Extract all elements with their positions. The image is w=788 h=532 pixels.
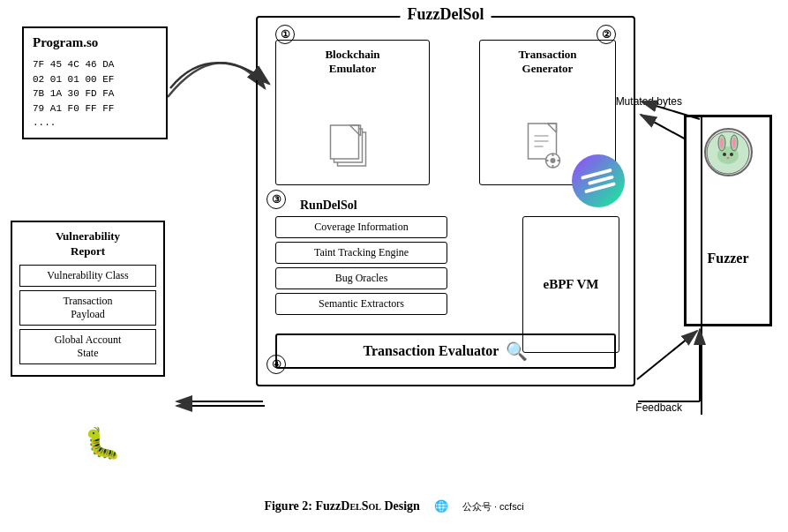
fuzzDelsol-box: FuzzDelSol ① Blockchain Emulator <box>256 16 635 386</box>
runDelsol-inner: Coverage Information Taint Tracking Engi… <box>275 216 619 353</box>
vuln-report-title: VulnerabilityReport <box>12 229 163 259</box>
coverage-info-item: Coverage Information <box>275 216 447 238</box>
svg-point-15 <box>550 158 555 163</box>
fuzzer-label: Fuzzer <box>707 251 748 266</box>
feedback-label: Feedback <box>635 401 682 414</box>
svg-point-26 <box>723 153 726 156</box>
caption-area: Figure 2: FuzzDelSol Design 🌐 公众号 · ccfs… <box>264 481 523 532</box>
magnify-icon: 🔍 <box>506 341 528 362</box>
watermark-icon: 🌐 <box>434 499 448 513</box>
tx-evaluator-box: Transaction Evaluator 🔍 <box>275 333 616 369</box>
taint-tracking-item: Taint Tracking Engine <box>275 242 447 264</box>
svg-rect-19 <box>557 160 559 161</box>
tx-evaluator-label: Transaction Evaluator <box>364 343 499 359</box>
svg-line-3 <box>637 331 697 379</box>
mutated-bytes-label: Mutated bytes <box>616 95 682 108</box>
txgen-label: Transaction Generator <box>518 48 576 76</box>
rabbit-avatar <box>704 128 753 176</box>
vuln-class-item: Vulnerability Class <box>19 265 156 287</box>
runDelsol-label: RunDelSol <box>300 199 619 213</box>
txgen-icon <box>523 122 572 174</box>
blockchain-emulator-box: Blockchain Emulator <box>275 40 430 185</box>
ebpf-vm-box: eBPF VM <box>522 216 619 353</box>
program-title: Program.so <box>33 35 157 50</box>
bug-oracles-item: Bug Oracles <box>275 267 447 289</box>
program-box: Program.so 7F 45 4C 46 DA 02 01 01 00 EF… <box>22 26 168 139</box>
svg-rect-17 <box>552 165 553 168</box>
svg-rect-18 <box>545 160 548 161</box>
main-container: Program.so 7F 45 4C 46 DA 02 01 01 00 EF… <box>0 0 788 532</box>
runDelsol-items: Coverage Information Taint Tracking Engi… <box>275 216 447 353</box>
program-hex: 7F 45 4C 46 DA 02 01 01 00 EF 7B 1A 30 F… <box>33 57 157 131</box>
blockchain-doc-icon <box>328 122 377 174</box>
watermark-text: 公众号 · ccfsci <box>462 500 524 513</box>
svg-point-28 <box>727 157 730 159</box>
fuzzer-box: Fuzzer <box>684 115 772 326</box>
blockchain-label: Blockchain Emulator <box>325 48 379 76</box>
svg-point-25 <box>732 138 736 148</box>
vuln-report-box: VulnerabilityReport Vulnerability Class … <box>11 221 165 377</box>
svg-rect-16 <box>552 154 553 156</box>
svg-point-24 <box>720 138 724 148</box>
figure-caption: Figure 2: FuzzDelSol Design <box>264 499 419 513</box>
svg-point-27 <box>730 153 733 156</box>
semantic-extractors-item: Semantic Extractors <box>275 293 447 315</box>
bug-icon: 🐛 <box>84 425 121 461</box>
global-account-item: Global AccountState <box>19 329 156 364</box>
diagram-area: Program.so 7F 45 4C 46 DA 02 01 01 00 EF… <box>0 0 788 481</box>
fuzzDelsol-title: FuzzDelSol <box>401 5 492 24</box>
tx-payload-item: TransactionPayload <box>19 290 156 326</box>
